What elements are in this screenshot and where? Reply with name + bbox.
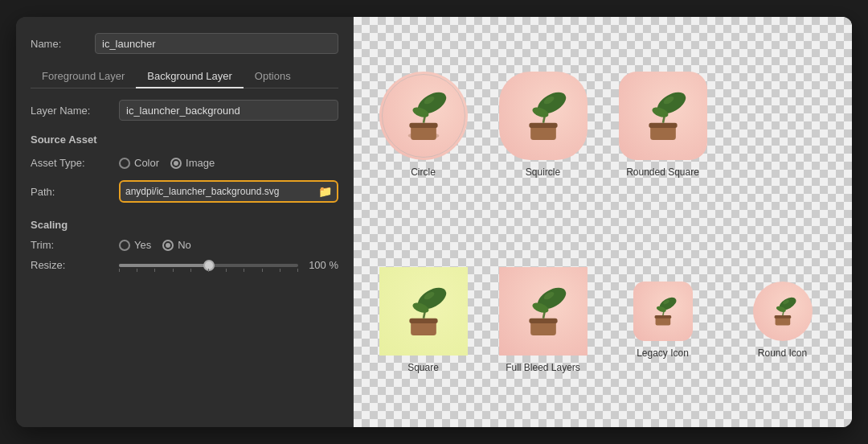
tick xyxy=(297,269,298,272)
trim-label: Trim: xyxy=(31,239,111,251)
plant-svg-round xyxy=(762,290,804,332)
name-input[interactable] xyxy=(95,33,338,54)
layer-name-row: Layer Name: xyxy=(31,100,338,121)
folder-icon[interactable]: 📁 xyxy=(318,185,332,198)
svg-rect-2 xyxy=(409,122,437,127)
icon-shape-square xyxy=(379,267,468,356)
icon-cell-round: Round Icon xyxy=(753,282,813,359)
tick xyxy=(226,269,227,272)
icon-label-full-bleed: Full Bleed Layers xyxy=(506,362,580,373)
icon-cell-squircle: Squircle xyxy=(499,72,588,178)
radio-image[interactable] xyxy=(170,158,182,169)
path-input-wrapper: anydpi/ic_launcher_background.svg 📁 xyxy=(119,180,338,203)
resize-slider-track[interactable] xyxy=(119,264,298,267)
asset-type-label: Asset Type: xyxy=(31,157,111,169)
plant-svg-square xyxy=(388,276,459,347)
icon-shape-rounded-square xyxy=(619,72,707,160)
icon-label-legacy: Legacy Icon xyxy=(637,347,689,359)
icon-shape-full-bleed xyxy=(499,267,588,356)
icon-label-round: Round Icon xyxy=(758,347,807,359)
tick xyxy=(137,269,137,272)
icon-cell-full-bleed: Full Bleed Layers xyxy=(499,267,588,373)
icon-cell-rounded-square: Rounded Square xyxy=(619,72,707,178)
left-panel: Name: Foreground Layer Background Layer … xyxy=(16,17,354,427)
icon-label-rounded-square: Rounded Square xyxy=(626,166,699,178)
trim-no[interactable]: No xyxy=(162,239,191,251)
icon-shape-squircle xyxy=(499,72,588,160)
rounded-square-shape xyxy=(619,72,707,160)
slider-fill xyxy=(119,264,209,267)
tick xyxy=(280,269,280,272)
square-shape xyxy=(379,267,468,356)
tick xyxy=(244,269,244,272)
icon-cell-legacy: Legacy Icon xyxy=(633,282,693,359)
plant-svg-squircle xyxy=(508,80,579,151)
plant-svg-rounded-square xyxy=(628,80,698,151)
svg-rect-27 xyxy=(654,315,671,319)
tick xyxy=(262,269,263,272)
scaling-section: Scaling Trim: Yes No Resize: xyxy=(31,217,338,271)
path-text: anydpi/ic_launcher_background.svg xyxy=(125,186,318,197)
svg-rect-32 xyxy=(774,315,791,319)
svg-rect-12 xyxy=(649,122,677,127)
radio-color[interactable] xyxy=(119,158,130,169)
icon-label-circle: Circle xyxy=(411,166,436,178)
trim-yes[interactable]: Yes xyxy=(119,239,151,251)
tab-background[interactable]: Background Layer xyxy=(136,65,244,88)
squircle-shape xyxy=(499,72,588,160)
asset-type-image[interactable]: Image xyxy=(170,157,215,169)
icon-label-square: Square xyxy=(407,362,439,373)
round-shape xyxy=(753,282,813,341)
tick xyxy=(190,269,191,272)
full-bleed-shape xyxy=(499,267,588,356)
icon-shape-legacy xyxy=(633,282,693,341)
plant-svg-circle xyxy=(388,80,459,151)
tick xyxy=(154,269,155,272)
svg-rect-17 xyxy=(409,318,437,323)
slider-ticks xyxy=(119,269,298,272)
right-panel: Circle Squircle xyxy=(354,17,852,427)
path-row: Path: anydpi/ic_launcher_background.svg … xyxy=(31,180,338,203)
radio-image-label: Image xyxy=(186,157,215,169)
tick xyxy=(119,269,120,272)
tick xyxy=(173,269,174,272)
scaling-header: Scaling xyxy=(31,219,338,231)
name-row: Name: xyxy=(31,33,338,54)
asset-type-group: Color Image xyxy=(119,157,215,169)
tick xyxy=(208,269,209,272)
icon-cell-circle: Circle xyxy=(379,72,468,178)
tabs-row: Foreground Layer Background Layer Option… xyxy=(31,65,338,88)
resize-percent: 100 % xyxy=(306,259,338,271)
layer-name-label: Layer Name: xyxy=(31,105,111,117)
legacy-shape xyxy=(633,282,693,341)
layer-name-input[interactable] xyxy=(119,100,338,121)
icon-shape-round xyxy=(753,282,813,341)
svg-rect-7 xyxy=(529,122,557,127)
icon-cell-square: Square xyxy=(379,267,468,373)
source-asset-header: Source Asset xyxy=(31,134,338,146)
trim-row: Trim: Yes No xyxy=(31,239,338,251)
radio-trim-no[interactable] xyxy=(162,240,174,251)
plant-svg-legacy xyxy=(642,290,684,332)
main-container: Name: Foreground Layer Background Layer … xyxy=(16,17,852,427)
resize-row: Resize: xyxy=(31,259,338,271)
radio-color-label: Color xyxy=(134,157,159,169)
tab-foreground[interactable]: Foreground Layer xyxy=(31,65,136,88)
circle-shape xyxy=(379,72,468,160)
path-label: Path: xyxy=(31,186,111,198)
name-label: Name: xyxy=(31,38,87,50)
icon-shape-circle xyxy=(379,72,468,160)
icon-label-squircle: Squircle xyxy=(526,166,560,178)
trim-group: Yes No xyxy=(119,239,191,251)
svg-rect-22 xyxy=(529,318,557,323)
asset-type-color[interactable]: Color xyxy=(119,157,159,169)
plant-svg-full-bleed xyxy=(508,276,579,347)
tab-options[interactable]: Options xyxy=(244,65,302,88)
trim-yes-label: Yes xyxy=(134,239,151,251)
trim-no-label: No xyxy=(178,239,191,251)
resize-label: Resize: xyxy=(31,259,111,271)
radio-trim-yes[interactable] xyxy=(119,240,130,251)
asset-type-row: Asset Type: Color Image xyxy=(31,157,338,169)
